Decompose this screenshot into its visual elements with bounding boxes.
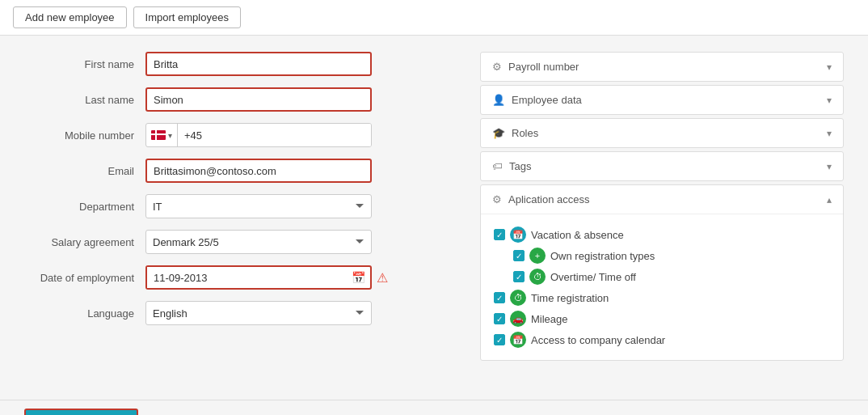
time-reg-label: Time registration	[531, 292, 609, 304]
main-content: First name Last name Mobile number ▾ Ema…	[0, 36, 868, 400]
last-name-label: Last name	[24, 94, 145, 106]
own-reg-circle-icon: +	[529, 248, 546, 264]
payroll-label: Payroll number	[508, 61, 579, 73]
right-panel: ⚙ Payroll number ▾ 👤 Employee data ▾ 🎓	[480, 52, 844, 383]
accordion-employee-data-left: 👤 Employee data	[492, 94, 582, 106]
app-access-own-reg: ✓ + Own registration types	[494, 245, 830, 266]
own-reg-checkbox[interactable]: ✓	[513, 250, 525, 261]
accordion-tags-left: 🏷 Tags	[492, 160, 531, 172]
time-reg-checkbox[interactable]: ✓	[494, 292, 505, 303]
payroll-chevron: ▾	[827, 61, 832, 73]
calendar-icon[interactable]: 📅	[347, 271, 370, 284]
tags-icon: 🏷	[492, 160, 503, 172]
employment-date-row: Date of employment 📅 ⚠	[24, 265, 448, 290]
mileage-label: Mileage	[531, 313, 568, 325]
employee-data-icon: 👤	[492, 94, 505, 106]
phone-flag[interactable]: ▾	[146, 124, 178, 146]
date-input-wrap: 📅	[145, 265, 372, 290]
last-name-input[interactable]	[145, 87, 372, 112]
language-select[interactable]: English	[145, 301, 372, 325]
app-access-overtime: ✓ ⏱ Overtime/ Time off	[494, 266, 830, 287]
roles-icon: 🎓	[492, 127, 505, 139]
date-warning-icon: ⚠	[377, 270, 388, 286]
salary-row: Salary agreement Denmark 25/5	[24, 230, 448, 254]
accordion-app-access-header[interactable]: ⚙ Aplication access ▴	[481, 185, 843, 214]
top-bar: Add new employee Import employees	[0, 0, 868, 36]
app-access-icon: ⚙	[492, 193, 502, 205]
department-select[interactable]: IT	[145, 194, 372, 218]
flag-icon	[151, 130, 166, 140]
app-access-vacation: ✓ 📅 Vacation & absence	[494, 224, 830, 245]
phone-input-wrap: ▾	[145, 123, 372, 147]
accordion-roles-header[interactable]: 🎓 Roles ▾	[481, 119, 843, 147]
app-access-time-reg: ✓ ⏱ Time registration	[494, 287, 830, 308]
accordion-payroll: ⚙ Payroll number ▾	[480, 52, 844, 82]
roles-chevron: ▾	[827, 128, 832, 139]
employee-data-chevron: ▾	[827, 95, 832, 106]
import-employees-button[interactable]: Import employees	[133, 6, 241, 28]
vacation-checkbox[interactable]: ✓	[494, 229, 505, 240]
accordion-employee-data: 👤 Employee data ▾	[480, 85, 844, 115]
own-reg-label: Own registration types	[550, 250, 655, 262]
salary-select[interactable]: Denmark 25/5	[145, 230, 372, 254]
email-input[interactable]	[145, 159, 372, 183]
app-access-chevron: ▴	[827, 194, 832, 205]
mileage-circle-icon: 🚗	[510, 311, 526, 327]
employee-data-label: Employee data	[512, 94, 582, 106]
vacation-circle-icon: 📅	[510, 227, 526, 243]
app-access-mileage: ✓ 🚗 Mileage	[494, 308, 830, 329]
roles-label: Roles	[512, 127, 538, 139]
payroll-icon: ⚙	[492, 61, 502, 73]
accordion-payroll-header[interactable]: ⚙ Payroll number ▾	[481, 53, 843, 81]
calendar-access-label: Access to company calendar	[531, 334, 665, 346]
overtime-checkbox[interactable]: ✓	[513, 271, 525, 282]
overtime-circle-icon: ⏱	[529, 269, 546, 285]
accordion-app-access-left: ⚙ Aplication access	[492, 193, 589, 205]
accordion-employee-data-header[interactable]: 👤 Employee data ▾	[481, 86, 843, 114]
employment-date-input[interactable]	[147, 267, 347, 288]
calendar-access-circle-icon: 📅	[510, 332, 526, 348]
tags-label: Tags	[509, 160, 531, 172]
first-name-input[interactable]	[145, 52, 372, 76]
flag-chevron: ▾	[168, 131, 172, 140]
mobile-label: Mobile number	[24, 129, 145, 142]
language-row: Language English	[24, 301, 448, 325]
language-label: Language	[24, 307, 145, 320]
app-access-calendar: ✓ 📅 Access to company calendar	[494, 329, 830, 350]
mileage-checkbox[interactable]: ✓	[494, 313, 505, 324]
accordion-tags: 🏷 Tags ▾	[480, 151, 844, 181]
last-name-row: Last name	[24, 87, 448, 112]
calendar-checkbox[interactable]: ✓	[494, 334, 505, 345]
employment-date-label: Date of employment	[24, 272, 145, 284]
accordion-app-access: ⚙ Aplication access ▴ ✓ 📅 Vacation & abs…	[480, 184, 844, 361]
app-access-body: ✓ 📅 Vacation & absence ✓ + Own registrat…	[481, 214, 843, 360]
department-label: Department	[24, 201, 145, 213]
email-label: Email	[24, 165, 145, 177]
time-reg-circle-icon: ⏱	[510, 290, 526, 306]
overtime-label: Overtime/ Time off	[550, 271, 636, 283]
save-employee-button[interactable]: Save employee	[24, 409, 138, 415]
tags-chevron: ▾	[827, 161, 832, 172]
left-panel: First name Last name Mobile number ▾ Ema…	[24, 52, 448, 383]
add-new-employee-button[interactable]: Add new employee	[13, 6, 127, 28]
first-name-label: First name	[24, 58, 145, 70]
footer-bar: Save employee ✓ Send welcome mails to ne…	[0, 400, 868, 415]
email-row: Email	[24, 159, 448, 183]
mobile-row: Mobile number ▾	[24, 123, 448, 147]
accordion-payroll-left: ⚙ Payroll number	[492, 61, 579, 73]
first-name-row: First name	[24, 52, 448, 76]
app-access-label: Aplication access	[508, 193, 589, 205]
department-row: Department IT	[24, 194, 448, 218]
phone-input[interactable]	[178, 124, 371, 146]
accordion-tags-header[interactable]: 🏷 Tags ▾	[481, 152, 843, 180]
salary-label: Salary agreement	[24, 236, 145, 248]
vacation-label: Vacation & absence	[531, 229, 624, 241]
accordion-roles: 🎓 Roles ▾	[480, 118, 844, 148]
accordion-roles-left: 🎓 Roles	[492, 127, 538, 139]
